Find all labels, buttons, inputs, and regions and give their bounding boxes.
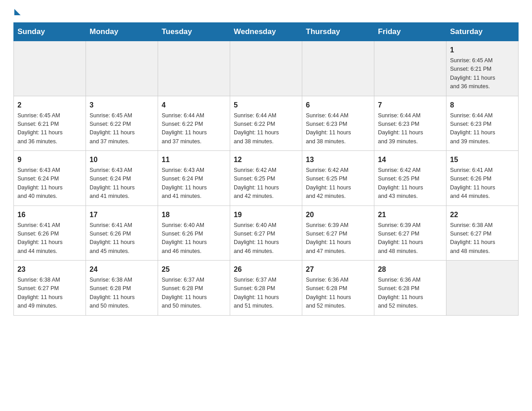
calendar-cell: 16Sunrise: 6:41 AM Sunset: 6:26 PM Dayli…: [14, 206, 86, 261]
day-number: 6: [306, 100, 370, 111]
day-number: 7: [378, 100, 442, 111]
day-info: Sunrise: 6:38 AM Sunset: 6:28 PM Dayligh…: [90, 276, 154, 311]
day-number: 1: [450, 45, 515, 56]
calendar-cell: 11Sunrise: 6:43 AM Sunset: 6:24 PM Dayli…: [158, 151, 230, 206]
day-number: 25: [162, 264, 226, 275]
calendar-week-row: 9Sunrise: 6:43 AM Sunset: 6:24 PM Daylig…: [14, 151, 519, 206]
calendar-cell: [14, 41, 86, 96]
calendar-cell: 13Sunrise: 6:42 AM Sunset: 6:25 PM Dayli…: [302, 151, 374, 206]
day-info: Sunrise: 6:37 AM Sunset: 6:28 PM Dayligh…: [162, 276, 226, 311]
calendar-cell: 12Sunrise: 6:42 AM Sunset: 6:25 PM Dayli…: [230, 151, 302, 206]
calendar-cell: 10Sunrise: 6:43 AM Sunset: 6:24 PM Dayli…: [86, 151, 158, 206]
day-info: Sunrise: 6:42 AM Sunset: 6:25 PM Dayligh…: [234, 166, 298, 201]
day-number: 10: [90, 154, 154, 165]
day-header-tuesday: Tuesday: [158, 23, 230, 41]
day-info: Sunrise: 6:43 AM Sunset: 6:24 PM Dayligh…: [162, 166, 226, 201]
calendar-cell: 15Sunrise: 6:41 AM Sunset: 6:26 PM Dayli…: [446, 151, 519, 206]
calendar-cell: [230, 41, 302, 96]
day-info: Sunrise: 6:45 AM Sunset: 6:21 PM Dayligh…: [17, 111, 82, 146]
day-info: Sunrise: 6:41 AM Sunset: 6:26 PM Dayligh…: [17, 221, 82, 256]
day-number: 11: [162, 154, 226, 165]
calendar-week-row: 2Sunrise: 6:45 AM Sunset: 6:21 PM Daylig…: [14, 96, 519, 151]
calendar-cell: 4Sunrise: 6:44 AM Sunset: 6:22 PM Daylig…: [158, 96, 230, 151]
day-number: 17: [90, 210, 154, 220]
day-info: Sunrise: 6:39 AM Sunset: 6:27 PM Dayligh…: [306, 221, 370, 256]
logo-triangle-icon: [14, 9, 21, 15]
calendar-cell: 1Sunrise: 6:45 AM Sunset: 6:21 PM Daylig…: [446, 41, 519, 96]
day-header-wednesday: Wednesday: [230, 23, 302, 41]
calendar-cell: 2Sunrise: 6:45 AM Sunset: 6:21 PM Daylig…: [14, 96, 86, 151]
day-info: Sunrise: 6:37 AM Sunset: 6:28 PM Dayligh…: [234, 276, 298, 311]
calendar-cell: 19Sunrise: 6:40 AM Sunset: 6:27 PM Dayli…: [230, 206, 302, 261]
logo: [13, 9, 21, 13]
calendar-cell: 23Sunrise: 6:38 AM Sunset: 6:27 PM Dayli…: [14, 261, 86, 316]
day-info: Sunrise: 6:38 AM Sunset: 6:27 PM Dayligh…: [450, 221, 515, 256]
calendar-cell: [86, 41, 158, 96]
calendar-cell: 14Sunrise: 6:42 AM Sunset: 6:25 PM Dayli…: [374, 151, 446, 206]
day-info: Sunrise: 6:36 AM Sunset: 6:28 PM Dayligh…: [378, 276, 442, 311]
day-number: 28: [378, 264, 442, 275]
day-number: 9: [17, 154, 82, 165]
day-info: Sunrise: 6:40 AM Sunset: 6:26 PM Dayligh…: [162, 221, 226, 256]
day-number: 19: [234, 210, 298, 220]
calendar-week-row: 23Sunrise: 6:38 AM Sunset: 6:27 PM Dayli…: [14, 261, 519, 316]
calendar-cell: 8Sunrise: 6:44 AM Sunset: 6:23 PM Daylig…: [446, 96, 519, 151]
day-number: 20: [306, 210, 370, 220]
day-info: Sunrise: 6:43 AM Sunset: 6:24 PM Dayligh…: [90, 166, 154, 201]
calendar-cell: [158, 41, 230, 96]
calendar-cell: 3Sunrise: 6:45 AM Sunset: 6:22 PM Daylig…: [86, 96, 158, 151]
day-header-saturday: Saturday: [446, 23, 519, 41]
day-number: 15: [450, 154, 515, 165]
calendar-cell: 24Sunrise: 6:38 AM Sunset: 6:28 PM Dayli…: [86, 261, 158, 316]
day-info: Sunrise: 6:44 AM Sunset: 6:23 PM Dayligh…: [378, 111, 442, 146]
calendar-cell: 7Sunrise: 6:44 AM Sunset: 6:23 PM Daylig…: [374, 96, 446, 151]
logo-block: [13, 9, 21, 13]
day-header-monday: Monday: [86, 23, 158, 41]
calendar-cell: [446, 261, 519, 316]
day-info: Sunrise: 6:39 AM Sunset: 6:27 PM Dayligh…: [378, 221, 442, 256]
day-header-friday: Friday: [374, 23, 446, 41]
day-info: Sunrise: 6:44 AM Sunset: 6:23 PM Dayligh…: [450, 111, 515, 146]
day-header-sunday: Sunday: [14, 23, 86, 41]
calendar-cell: 5Sunrise: 6:44 AM Sunset: 6:22 PM Daylig…: [230, 96, 302, 151]
calendar-cell: 25Sunrise: 6:37 AM Sunset: 6:28 PM Dayli…: [158, 261, 230, 316]
day-number: 3: [90, 100, 154, 111]
calendar-cell: 6Sunrise: 6:44 AM Sunset: 6:23 PM Daylig…: [302, 96, 374, 151]
calendar-week-row: 16Sunrise: 6:41 AM Sunset: 6:26 PM Dayli…: [14, 206, 519, 261]
day-info: Sunrise: 6:36 AM Sunset: 6:28 PM Dayligh…: [306, 276, 370, 311]
day-number: 13: [306, 154, 370, 165]
day-info: Sunrise: 6:41 AM Sunset: 6:26 PM Dayligh…: [450, 166, 515, 201]
day-number: 22: [450, 210, 515, 220]
day-info: Sunrise: 6:41 AM Sunset: 6:26 PM Dayligh…: [90, 221, 154, 256]
day-info: Sunrise: 6:44 AM Sunset: 6:23 PM Dayligh…: [306, 111, 370, 146]
day-info: Sunrise: 6:45 AM Sunset: 6:21 PM Dayligh…: [450, 56, 515, 91]
day-number: 2: [17, 100, 82, 111]
day-header-thursday: Thursday: [302, 23, 374, 41]
page-header: [13, 9, 519, 13]
calendar-cell: 18Sunrise: 6:40 AM Sunset: 6:26 PM Dayli…: [158, 206, 230, 261]
days-header-row: SundayMondayTuesdayWednesdayThursdayFrid…: [14, 23, 519, 41]
day-number: 5: [234, 100, 298, 111]
calendar-table: SundayMondayTuesdayWednesdayThursdayFrid…: [13, 22, 519, 316]
day-info: Sunrise: 6:44 AM Sunset: 6:22 PM Dayligh…: [234, 111, 298, 146]
calendar-cell: 27Sunrise: 6:36 AM Sunset: 6:28 PM Dayli…: [302, 261, 374, 316]
day-number: 16: [17, 210, 82, 220]
calendar-body: 1Sunrise: 6:45 AM Sunset: 6:21 PM Daylig…: [14, 41, 519, 316]
day-info: Sunrise: 6:43 AM Sunset: 6:24 PM Dayligh…: [17, 166, 82, 201]
day-number: 23: [17, 264, 82, 275]
day-number: 18: [162, 210, 226, 220]
day-info: Sunrise: 6:40 AM Sunset: 6:27 PM Dayligh…: [234, 221, 298, 256]
day-info: Sunrise: 6:38 AM Sunset: 6:27 PM Dayligh…: [17, 276, 82, 311]
calendar-cell: [302, 41, 374, 96]
calendar-cell: 21Sunrise: 6:39 AM Sunset: 6:27 PM Dayli…: [374, 206, 446, 261]
calendar-cell: [374, 41, 446, 96]
day-number: 4: [162, 100, 226, 111]
day-number: 24: [90, 264, 154, 275]
calendar-week-row: 1Sunrise: 6:45 AM Sunset: 6:21 PM Daylig…: [14, 41, 519, 96]
day-number: 12: [234, 154, 298, 165]
calendar-cell: 20Sunrise: 6:39 AM Sunset: 6:27 PM Dayli…: [302, 206, 374, 261]
day-info: Sunrise: 6:42 AM Sunset: 6:25 PM Dayligh…: [378, 166, 442, 201]
calendar-cell: 28Sunrise: 6:36 AM Sunset: 6:28 PM Dayli…: [374, 261, 446, 316]
day-number: 14: [378, 154, 442, 165]
day-info: Sunrise: 6:45 AM Sunset: 6:22 PM Dayligh…: [90, 111, 154, 146]
